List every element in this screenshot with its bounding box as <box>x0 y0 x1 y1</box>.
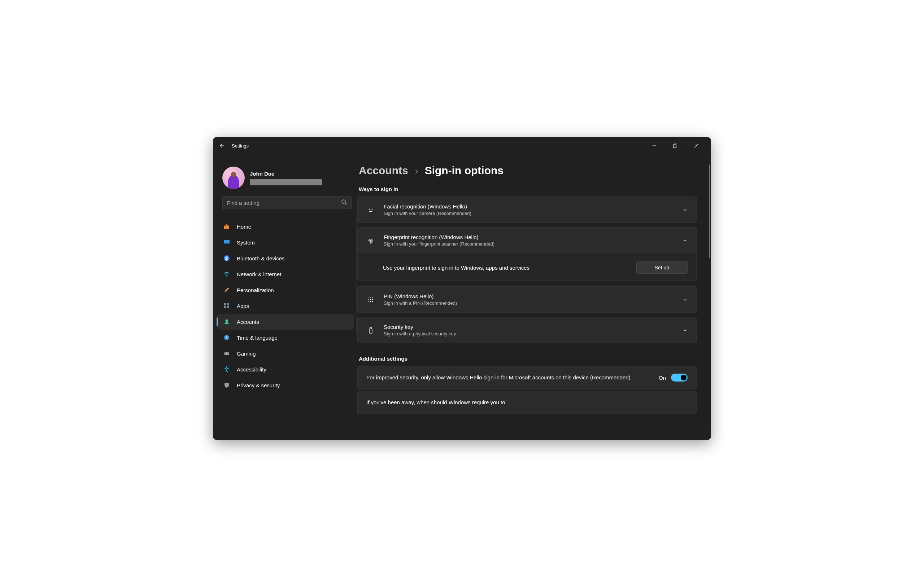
face-icon <box>366 206 375 214</box>
svg-point-15 <box>228 353 228 354</box>
profile-email-redacted <box>250 179 322 185</box>
svg-rect-1 <box>674 145 677 148</box>
sidebar-item-label: System <box>237 239 255 246</box>
chevron-right-icon <box>414 164 419 177</box>
svg-point-6 <box>226 276 227 277</box>
svg-point-14 <box>225 353 226 354</box>
option-sub: Sign in with a PIN (Recommended) <box>384 300 674 306</box>
home-icon <box>223 223 230 230</box>
sidebar-item-label: Personalization <box>237 287 274 293</box>
sidebar-item-apps[interactable]: Apps <box>216 298 354 314</box>
sidebar-item-label: Accounts <box>237 319 259 325</box>
usb-key-icon <box>366 326 375 334</box>
window-body: John Doe Home System <box>213 154 711 440</box>
settings-window: Settings John Doe <box>213 137 711 440</box>
option-title: Facial recognition (Windows Hello) <box>384 203 674 210</box>
signin-option-fingerprint[interactable]: Fingerprint recognition (Windows Hello) … <box>357 227 696 253</box>
svg-rect-29 <box>370 327 372 329</box>
option-title: PIN (Windows Hello) <box>384 293 674 299</box>
breadcrumb-current: Sign-in options <box>425 164 504 177</box>
maximize-button[interactable] <box>670 143 681 148</box>
svg-point-24 <box>372 299 373 300</box>
main-content: Accounts Sign-in options Ways to sign in… <box>357 154 711 440</box>
setup-button[interactable]: Set up <box>636 261 688 274</box>
svg-point-27 <box>372 301 373 301</box>
sidebar-item-label: Bluetooth & devices <box>237 255 285 261</box>
sidebar-item-privacy[interactable]: Privacy & security <box>216 377 354 393</box>
svg-point-16 <box>226 366 228 368</box>
expansion-desc: Use your fingerprint to sign in to Windo… <box>383 265 628 271</box>
window-controls <box>649 143 705 148</box>
breadcrumb: Accounts Sign-in options <box>357 164 696 177</box>
minimize-button[interactable] <box>649 143 660 148</box>
svg-point-21 <box>372 297 373 298</box>
additional-settings: Additional settings For improved securit… <box>357 356 696 414</box>
svg-rect-13 <box>224 352 229 355</box>
sidebar-item-label: Home <box>237 224 251 230</box>
paintbrush-icon <box>223 286 230 293</box>
window-title: Settings <box>232 143 249 148</box>
setting-desc: For improved security, only allow Window… <box>366 374 650 382</box>
setting-hello-only: For improved security, only allow Window… <box>357 366 696 390</box>
sidebar-item-system[interactable]: System <box>216 234 354 250</box>
svg-rect-8 <box>227 303 229 305</box>
search-input[interactable] <box>227 200 338 206</box>
sidebar-item-accounts[interactable]: Accounts <box>216 314 354 330</box>
back-button[interactable] <box>219 143 225 148</box>
clock-globe-icon <box>223 334 230 341</box>
svg-point-2 <box>342 200 346 203</box>
sidebar-item-label: Gaming <box>237 351 256 357</box>
profile-block[interactable]: John Doe <box>216 158 357 196</box>
sidebar: John Doe Home System <box>213 154 357 440</box>
chevron-down-icon <box>683 297 688 302</box>
sidebar-item-home[interactable]: Home <box>216 219 354 234</box>
option-sub: Sign in with a physical security key <box>384 331 674 337</box>
pin-keypad-icon <box>366 296 375 304</box>
main-scrollbar[interactable] <box>709 164 710 258</box>
option-sub: Sign in with your camera (Recommended) <box>384 211 674 216</box>
accessibility-icon <box>223 366 230 373</box>
sidebar-item-accessibility[interactable]: Accessibility <box>216 361 354 377</box>
breadcrumb-parent[interactable]: Accounts <box>359 164 408 177</box>
search-box[interactable] <box>222 196 352 209</box>
svg-point-22 <box>368 299 369 300</box>
search-icon <box>341 199 347 206</box>
setting-desc: If you've been away, when should Windows… <box>366 398 688 407</box>
signin-methods-list: Facial recognition (Windows Hello) Sign … <box>357 197 696 343</box>
fingerprint-icon <box>366 237 375 245</box>
avatar <box>222 167 245 189</box>
sidebar-item-gaming[interactable]: Gaming <box>216 345 354 361</box>
sidebar-item-label: Apps <box>237 303 249 309</box>
toggle-label: On <box>659 375 666 381</box>
person-icon <box>223 318 230 325</box>
setting-require-signin: If you've been away, when should Windows… <box>357 391 696 414</box>
bluetooth-icon <box>223 255 230 262</box>
signin-option-facial[interactable]: Facial recognition (Windows Hello) Sign … <box>357 197 696 223</box>
signin-option-pin[interactable]: PIN (Windows Hello) Sign in with a PIN (… <box>357 286 696 313</box>
svg-rect-28 <box>369 329 372 333</box>
signin-option-security-key[interactable]: Security key Sign in with a physical sec… <box>357 317 696 343</box>
sidebar-item-label: Privacy & security <box>237 382 280 388</box>
shield-icon <box>223 382 230 389</box>
close-button[interactable] <box>691 143 702 148</box>
sidebar-item-personalization[interactable]: Personalization <box>216 282 354 298</box>
svg-point-11 <box>226 319 228 322</box>
profile-name: John Doe <box>250 171 322 177</box>
sidebar-item-bluetooth[interactable]: Bluetooth & devices <box>216 250 354 266</box>
section-title-additional: Additional settings <box>359 356 696 362</box>
apps-icon <box>223 302 230 309</box>
svg-rect-7 <box>224 303 226 305</box>
sidebar-item-label: Accessibility <box>237 366 267 372</box>
sidebar-item-network[interactable]: Network & internet <box>216 266 354 282</box>
svg-rect-9 <box>224 306 226 308</box>
sidebar-nav: Home System Bluetooth & devices Network … <box>216 219 357 393</box>
sidebar-item-time-language[interactable]: Time & language <box>216 330 354 345</box>
wifi-icon <box>223 271 230 278</box>
option-title: Fingerprint recognition (Windows Hello) <box>384 234 674 240</box>
sidebar-item-label: Time & language <box>237 335 278 341</box>
chevron-up-icon <box>683 238 688 243</box>
option-sub: Sign in with your fingerprint scanner (R… <box>384 241 674 247</box>
svg-point-18 <box>372 208 373 210</box>
system-icon <box>223 239 230 246</box>
toggle-switch[interactable] <box>671 374 688 382</box>
